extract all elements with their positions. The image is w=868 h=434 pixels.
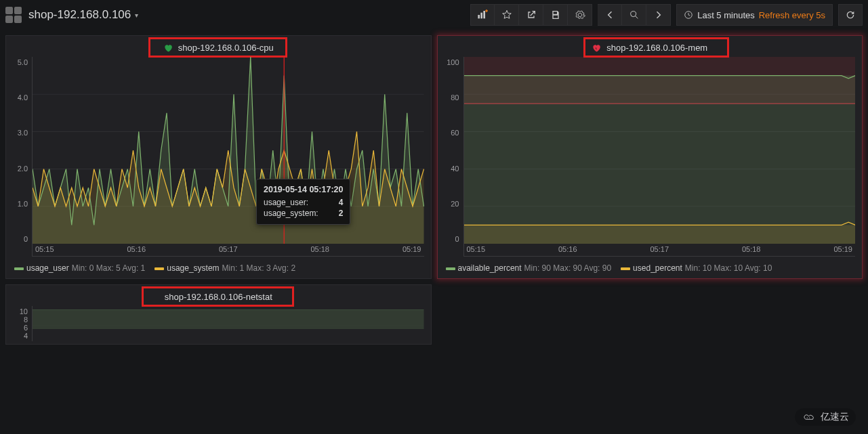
add-panel-button[interactable] xyxy=(470,4,495,26)
clock-icon xyxy=(684,10,693,20)
save-button[interactable] xyxy=(543,4,568,26)
plot-area[interactable]: 05:15 05:16 05:17 05:18 05:19 2019-05-14… xyxy=(32,57,424,257)
refresh-interval-label: Refresh every 5s xyxy=(759,10,825,20)
toolbar: Last 5 minutes Refresh every 5s xyxy=(470,4,863,26)
dashboard-title-dropdown[interactable]: shop-192.168.0.106 ▾ xyxy=(28,8,138,22)
svg-rect-1 xyxy=(481,13,483,19)
time-range-label: Last 5 minutes xyxy=(697,10,755,20)
chevron-right-icon xyxy=(653,9,664,20)
y-axis: 10 8 6 4 xyxy=(13,306,32,341)
dashboard-grid-icon[interactable] xyxy=(5,7,22,23)
save-icon xyxy=(550,9,561,20)
chart-area[interactable]: 5.0 4.0 3.0 2.0 1.0 0 xyxy=(6,57,431,259)
add-panel-icon xyxy=(477,9,488,20)
chart-tooltip: 2019-05-14 05:17:20 usage_user: 4 usage_… xyxy=(256,179,350,225)
time-forward-button[interactable] xyxy=(646,4,671,26)
panel-title[interactable]: shop-192.168.0.106-mem xyxy=(438,36,863,57)
share-button[interactable] xyxy=(519,4,543,26)
legend-item[interactable]: used_percentMin: 10 Max: 10 Avg: 10 xyxy=(621,263,772,273)
chart-svg xyxy=(33,57,424,244)
legend-item[interactable]: usage_systemMin: 1 Max: 3 Avg: 2 xyxy=(154,263,295,273)
dashboard-body: shop-192.168.0.106-cpu 5.0 4.0 3.0 2.0 1… xyxy=(0,30,868,350)
panel-legend: usage_userMin: 0 Max: 5 Avg: 1 usage_sys… xyxy=(6,259,431,278)
panel-title[interactable]: shop-192.168.0.106-netstat xyxy=(6,285,431,306)
zoom-out-icon xyxy=(629,9,640,20)
panel-mem[interactable]: shop-192.168.0.106-mem 100 80 60 40 20 0 xyxy=(437,35,863,279)
panel-netstat[interactable]: shop-192.168.0.106-netstat 10 8 6 4 xyxy=(5,284,432,345)
svg-point-22 xyxy=(809,417,810,418)
y-axis: 5.0 4.0 3.0 2.0 1.0 0 xyxy=(13,57,32,257)
panel-title-text: shop-192.168.0.106-cpu xyxy=(178,43,274,53)
chevron-left-icon xyxy=(604,9,615,20)
x-axis: 05:15 05:16 05:17 05:18 05:19 xyxy=(464,244,856,256)
gear-icon xyxy=(575,9,585,20)
plot-area[interactable]: 05:15 05:16 05:17 05:18 05:19 xyxy=(463,57,856,257)
chevron-down-icon: ▾ xyxy=(135,12,138,19)
watermark: 亿速云 xyxy=(795,408,856,426)
panel-cpu[interactable]: shop-192.168.0.106-cpu 5.0 4.0 3.0 2.0 1… xyxy=(5,35,432,279)
panel-legend: available_percentMin: 90 Max: 90 Avg: 90… xyxy=(438,259,863,278)
refresh-icon xyxy=(845,9,856,20)
topbar: shop-192.168.0.106 ▾ xyxy=(0,0,868,30)
dashboard-title: shop-192.168.0.106 xyxy=(28,8,131,22)
y-axis: 100 80 60 40 20 0 xyxy=(445,57,463,257)
time-back-button[interactable] xyxy=(598,4,622,26)
watermark-text: 亿速云 xyxy=(821,411,849,423)
settings-button[interactable] xyxy=(568,4,592,26)
zoom-out-button[interactable] xyxy=(622,4,646,26)
refresh-button[interactable] xyxy=(838,4,863,26)
x-axis: 05:15 05:16 05:17 05:18 05:19 xyxy=(33,244,424,256)
legend-item[interactable]: available_percentMin: 90 Max: 90 Avg: 90 xyxy=(446,263,612,273)
time-range-picker[interactable]: Last 5 minutes Refresh every 5s xyxy=(676,4,833,26)
svg-rect-0 xyxy=(478,15,480,18)
svg-point-21 xyxy=(807,417,808,418)
chart-area[interactable]: 100 80 60 40 20 0 xyxy=(438,57,863,259)
plot-area[interactable] xyxy=(32,306,424,341)
star-button[interactable] xyxy=(495,4,519,26)
chart-svg xyxy=(464,57,856,244)
chart-svg xyxy=(33,306,424,329)
panel-title[interactable]: shop-192.168.0.106-cpu xyxy=(6,36,431,57)
star-icon xyxy=(501,9,512,20)
legend-item[interactable]: usage_userMin: 0 Max: 5 Avg: 1 xyxy=(14,263,145,273)
panel-title-text: shop-192.168.0.106-mem xyxy=(606,43,707,53)
tooltip-time: 2019-05-14 05:17:20 xyxy=(264,185,343,194)
share-icon xyxy=(526,9,537,20)
svg-rect-2 xyxy=(484,11,486,18)
heart-broken-icon xyxy=(592,43,601,53)
svg-rect-4 xyxy=(487,9,487,12)
chart-area[interactable]: 10 8 6 4 xyxy=(6,306,431,344)
cloud-icon xyxy=(802,412,817,422)
heart-ok-icon xyxy=(163,43,173,53)
svg-point-5 xyxy=(630,12,636,17)
panel-title-text: shop-192.168.0.106-netstat xyxy=(165,292,272,302)
